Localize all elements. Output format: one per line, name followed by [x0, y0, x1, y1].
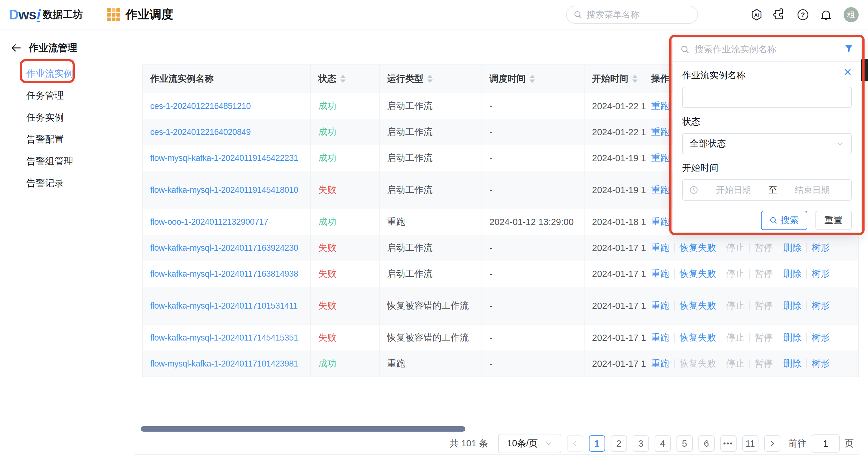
instance-search-input[interactable]: 搜索作业流实例名称 [673, 37, 861, 62]
op-recover-failed-link[interactable]: 恢复失败 [680, 268, 716, 280]
op-tree-link[interactable]: 树形 [812, 242, 830, 254]
instance-name-link[interactable]: flow-kafka-mysql-1-20240119145418010 [150, 185, 298, 195]
svg-text:?: ? [801, 11, 805, 18]
menu-search-input[interactable]: 搜索菜单名称 [566, 6, 698, 24]
cell-run-type: 启动工作流 [379, 171, 482, 209]
goto-page: 前往 1 页 [788, 435, 854, 452]
avatar[interactable]: 租 [844, 7, 859, 22]
op-tree-link[interactable]: 树形 [812, 299, 830, 312]
op-tree-link[interactable]: 树形 [812, 268, 830, 280]
op-stop-link: 停止 [726, 331, 744, 344]
sidebar-item-4[interactable]: 告警组管理 [0, 150, 134, 172]
date-range-input[interactable]: 开始日期 至 结束日期 [682, 179, 852, 201]
filter-funnel-icon[interactable] [844, 44, 854, 55]
op-rerun-link[interactable]: 重跑 [651, 242, 669, 254]
ai-assistant-icon[interactable]: AI [750, 8, 764, 22]
back-arrow-icon[interactable] [9, 41, 23, 55]
plugin-puzzle-icon[interactable] [773, 8, 787, 22]
page-size-select[interactable]: 10条/页 [498, 434, 561, 453]
op-rerun-link[interactable]: 重跑 [651, 184, 669, 196]
sort-caret-icon[interactable] [529, 75, 535, 83]
date-start-placeholder[interactable]: 开始日期 [701, 184, 766, 196]
sort-caret-icon[interactable] [427, 75, 433, 83]
page-button-4[interactable]: 4 [655, 435, 671, 452]
sidebar-item-1[interactable]: 任务管理 [0, 85, 134, 107]
op-rerun-link[interactable]: 重跑 [651, 126, 669, 138]
op-tree-link[interactable]: 树形 [812, 357, 830, 370]
page-button-11[interactable]: 11 [742, 435, 758, 452]
op-rerun-link[interactable]: 重跑 [651, 268, 669, 280]
sidebar-item-2[interactable]: 任务实例 [0, 107, 134, 128]
page-button-5[interactable]: 5 [677, 435, 693, 452]
pagination-prev-button[interactable] [567, 435, 583, 452]
operation-separator [674, 333, 675, 343]
op-delete-link[interactable]: 删除 [783, 268, 801, 280]
cell-instance-name: flow-kafka-mysql-1-20240117163924230 [143, 235, 311, 261]
page-button-3[interactable]: 3 [633, 435, 649, 452]
search-icon [680, 45, 690, 54]
op-delete-link[interactable]: 删除 [783, 242, 801, 254]
operation-separator [749, 333, 750, 343]
search-button[interactable]: 搜索 [761, 211, 807, 230]
op-rerun-link[interactable]: 重跑 [651, 152, 669, 164]
status-select[interactable]: 全部状态 [682, 133, 852, 154]
cell-start-time: 2024-01-18 10 [585, 209, 646, 235]
close-icon[interactable] [843, 67, 852, 78]
cell-instance-name: flow-ooo-1-20240112132900717 [143, 209, 311, 235]
pagination-ellipsis[interactable]: ••• [720, 435, 737, 452]
reset-button[interactable]: 重置 [815, 211, 852, 230]
sort-caret-icon[interactable] [632, 75, 638, 83]
notification-bell-icon[interactable] [819, 8, 833, 22]
op-rerun-link[interactable]: 重跑 [651, 331, 669, 344]
instance-name-link[interactable]: flow-kafka-mysql-1-20240117163924230 [150, 243, 298, 253]
sidebar-item-3[interactable]: 告警配置 [0, 128, 134, 150]
instance-name-link[interactable]: flow-kafka-mysql-1-20240117163814938 [150, 269, 298, 279]
sidebar-item-0[interactable]: 作业流实例 [0, 63, 134, 85]
instance-name-link[interactable]: ces-1-20240122164851210 [150, 101, 251, 111]
op-delete-link[interactable]: 删除 [783, 357, 801, 370]
op-recover-failed-link[interactable]: 恢复失败 [680, 242, 716, 254]
sidebar-item-5[interactable]: 告警记录 [0, 172, 134, 194]
op-recover-failed-link[interactable]: 恢复失败 [680, 299, 716, 312]
op-rerun-link[interactable]: 重跑 [651, 299, 669, 312]
op-rerun-link[interactable]: 重跑 [651, 216, 669, 228]
table-row: flow-kafka-mysql-1-20240117101531411失败恢复… [143, 287, 858, 325]
instance-name-link[interactable]: flow-mysql-kafka-1-20240119145422231 [150, 153, 298, 163]
instance-name-link[interactable]: flow-mysql-kafka-1-20240117101423981 [150, 359, 298, 369]
operation-separator [749, 269, 750, 278]
page-button-2[interactable]: 2 [611, 435, 627, 452]
cell-start-time: 2024-01-22 16 [585, 93, 646, 119]
op-delete-link[interactable]: 删除 [783, 299, 801, 312]
cell-status: 成功 [311, 93, 379, 119]
goto-page-input[interactable]: 1 [812, 435, 840, 452]
status-badge: 失败 [318, 268, 336, 280]
menu-search-placeholder: 搜索菜单名称 [587, 9, 639, 21]
page-button-6[interactable]: 6 [699, 435, 715, 452]
instance-name-link[interactable]: ces-1-20240122164020849 [150, 127, 251, 137]
sort-caret-icon[interactable] [340, 75, 346, 83]
pagination-next-button[interactable] [764, 435, 780, 452]
op-rerun-link[interactable]: 重跑 [651, 357, 669, 370]
instance-name-link[interactable]: flow-kafka-mysql-1-20240117145415351 [150, 333, 298, 343]
date-end-placeholder[interactable]: 结束日期 [780, 184, 845, 196]
page-button-1[interactable]: 1 [589, 435, 605, 452]
column-header-1[interactable]: 状态 [311, 64, 379, 93]
table-row: flow-kafka-mysql-1-20240117163924230失败启动… [143, 235, 858, 261]
help-icon[interactable]: ? [796, 8, 810, 22]
column-header-4[interactable]: 开始时间 [585, 64, 646, 93]
op-rerun-link[interactable]: 重跑 [651, 100, 669, 112]
op-recover-failed-link[interactable]: 恢复失败 [680, 331, 716, 344]
op-delete-link[interactable]: 删除 [783, 331, 801, 344]
instance-name-link[interactable]: flow-kafka-mysql-1-20240117101531411 [150, 301, 298, 311]
cell-schedule-time: - [482, 171, 585, 209]
column-header-3[interactable]: 调度时间 [482, 64, 585, 93]
op-tree-link[interactable]: 树形 [812, 331, 830, 344]
instance-name-link[interactable]: flow-ooo-1-20240112132900717 [150, 217, 268, 227]
operation-separator [806, 333, 807, 343]
column-header-2[interactable]: 运行类型 [379, 64, 482, 93]
cell-schedule-time: - [482, 287, 585, 325]
pagination: 共 101 条 10条/页 123456•••11 前往 1 页 [450, 434, 854, 453]
horizontal-scrollbar-thumb[interactable] [141, 426, 465, 432]
cell-schedule-time: - [482, 119, 585, 145]
name-field-input[interactable] [682, 87, 852, 108]
